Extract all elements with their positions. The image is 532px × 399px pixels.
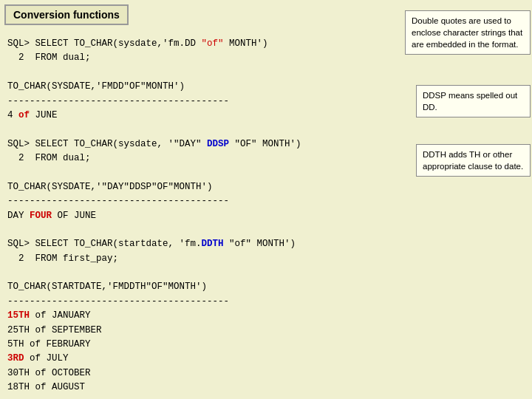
- code-line: 2 FROM dual;: [7, 151, 525, 166]
- code-line: DAY FOUR OF JUNE: [7, 209, 525, 223]
- code-line: [7, 166, 525, 180]
- code-line: TO_CHAR(STARTDATE,'FMDDTH"OF"MONTH'): [7, 280, 525, 294]
- code-line: ----------------------------------------: [7, 295, 525, 309]
- page-title: Conversion functions: [13, 9, 120, 21]
- code-line: SQL> SELECT TO_CHAR(sysdate, '"DAY" DDSP…: [7, 137, 525, 151]
- code-line: ----------------------------------------: [7, 194, 525, 208]
- code-line: TO_CHAR(SYSDATE,'FMDD"OF"MONTH'): [7, 80, 525, 94]
- code-line: [7, 223, 525, 237]
- code-line: TO_CHAR(SYSDATE,'"DAY"DDSP"OF"MONTH'): [7, 180, 525, 194]
- code-line: 3RD of JULY: [7, 352, 525, 366]
- code-line: 18TH of AUGUST: [7, 381, 525, 395]
- code-line: 2 FROM dual;: [7, 51, 525, 65]
- code-line: 25TH of SEPTEMBER: [7, 324, 525, 338]
- code-line: [7, 123, 525, 137]
- code-line: 5TH of FEBRUARY: [7, 338, 525, 352]
- code-line: ----------------------------------------: [7, 95, 525, 109]
- code-line: 30TH of OCTOBER: [7, 366, 525, 381]
- code-line: 4 of JUNE: [7, 109, 525, 123]
- code-line: [7, 66, 525, 80]
- code-line: 2 FROM first_pay;: [7, 252, 525, 266]
- title-box: Conversion functions: [4, 4, 129, 25]
- code-line: [7, 266, 525, 280]
- code-line: SQL> SELECT TO_CHAR(sysdate,'fm.DD "of" …: [7, 37, 525, 51]
- code-line: SQL> SELECT TO_CHAR(startdate, 'fm.DDTH …: [7, 237, 525, 251]
- code-area: SQL> SELECT TO_CHAR(sysdate,'fm.DD "of" …: [7, 37, 525, 395]
- code-line: 15TH of JANUARY: [7, 309, 525, 323]
